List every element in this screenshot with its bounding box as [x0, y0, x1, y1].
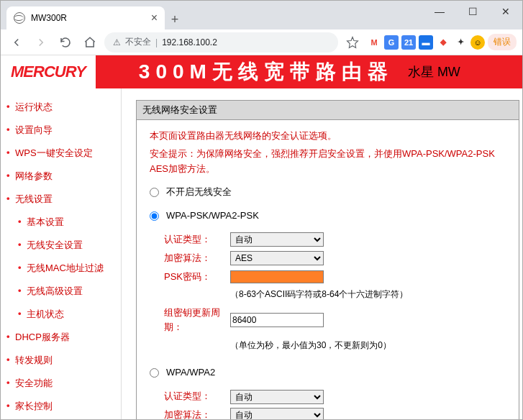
translate-icon[interactable]: G [384, 35, 399, 50]
psk-label: PSK密码： [164, 270, 230, 285]
auth2-select[interactable]: 自动 [230, 390, 324, 404]
sidebar-item-9[interactable]: 主机状态 [1, 303, 121, 326]
maximize-button[interactable]: ☐ [456, 1, 489, 22]
close-tab-icon[interactable]: × [151, 12, 158, 24]
auth2-label: 认证类型： [164, 389, 230, 404]
browser-toolbar: ⚠ 不安全 | 192.168.100.2 M G 21 ▬ ◆ ✦ ☺ 错误 [1, 29, 522, 55]
sidebar-link[interactable]: 无线设置 [15, 193, 53, 204]
sidebar-item-4[interactable]: 无线设置 [1, 188, 121, 211]
sidebar-link[interactable]: 安全功能 [15, 378, 53, 388]
reload-button[interactable] [55, 32, 76, 52]
sidebar-link[interactable]: 运行状态 [15, 101, 53, 112]
content-area: 无线网络安全设置 本页面设置路由器无线网络的安全认证选项。 安全提示：为保障网络… [122, 88, 522, 419]
error-badge[interactable]: 错误 [488, 34, 517, 50]
bookmark-button[interactable] [342, 32, 363, 52]
header-title: 300M无线宽带路由器 [139, 58, 394, 86]
radio-wpapsk-label: WPA-PSK/WPA2-PSK [166, 209, 259, 224]
sidebar-link[interactable]: 设置向导 [15, 124, 53, 135]
radio-wpa[interactable] [150, 368, 159, 378]
calendar-icon[interactable]: 21 [401, 35, 416, 50]
sidebar-link[interactable]: 主机状态 [27, 309, 64, 319]
router-header: MERCURY 300M无线宽带路由器 水星 MW [1, 55, 522, 88]
addr-separator: | [155, 37, 158, 47]
browser-titlebar: MW300R × + — ☐ ✕ [1, 1, 522, 29]
warning-icon: ⚠ [113, 37, 121, 47]
new-tab-button[interactable]: + [165, 9, 185, 29]
radio-none-label: 不开启无线安全 [166, 185, 232, 200]
sidebar-item-2[interactable]: WPS一键安全设定 [1, 142, 121, 165]
psk-hint: （8-63个ASCII码字符或8-64个十六进制字符） [230, 288, 506, 301]
sidebar-link[interactable]: 转发规则 [15, 355, 53, 365]
sidebar-link[interactable]: 无线高级设置 [27, 286, 83, 296]
ext-icon-4[interactable]: ☺ [470, 35, 485, 50]
sidebar-item-10[interactable]: DHCP服务器 [1, 326, 121, 349]
sidebar-link[interactable]: 网络参数 [15, 170, 53, 181]
globe-icon [14, 12, 25, 24]
mercury-logo: MERCURY [1, 55, 96, 88]
settings-panel: 无线网络安全设置 本页面设置路由器无线网络的安全认证选项。 安全提示：为保障网络… [136, 100, 519, 419]
security-label: 不安全 [125, 36, 151, 48]
sidebar-item-13[interactable]: 家长控制 [1, 395, 121, 418]
panel-title: 无线网络安全设置 [137, 101, 519, 120]
sidebar-link[interactable]: 无线MAC地址过滤 [27, 262, 104, 273]
tab-title: MW300R [31, 13, 67, 23]
sidebar-item-7[interactable]: 无线MAC地址过滤 [1, 257, 121, 280]
psk-input[interactable] [230, 270, 324, 283]
sidebar-link[interactable]: 家长控制 [15, 401, 53, 411]
sidebar-item-0[interactable]: 运行状态 [1, 96, 121, 119]
forward-button[interactable] [31, 32, 51, 52]
enc-label: 加密算法： [164, 251, 230, 266]
close-window-button[interactable]: ✕ [489, 1, 522, 22]
radio-wpa-label: WPA/WPA2 [166, 365, 215, 380]
ext-icon-2[interactable]: ◆ [436, 35, 450, 50]
header-subtitle: 水星 MW [408, 63, 460, 81]
enc2-select[interactable]: 自动 [230, 408, 324, 419]
enc2-label: 加密算法： [164, 408, 230, 419]
ext-icon-3[interactable]: ✦ [453, 35, 468, 50]
sidebar-item-12[interactable]: 安全功能 [1, 372, 121, 395]
sidebar-item-5[interactable]: 基本设置 [1, 211, 121, 234]
auth-select[interactable]: 自动 [230, 232, 324, 247]
back-button[interactable] [6, 32, 27, 52]
sidebar-item-3[interactable]: 网络参数 [1, 165, 121, 188]
url-text: 192.168.100.2 [162, 37, 217, 47]
sidebar-item-8[interactable]: 无线高级设置 [1, 280, 121, 303]
gmail-icon[interactable]: M [367, 35, 381, 50]
enc-select[interactable]: AES [230, 251, 324, 265]
renew-label: 组密钥更新周期： [164, 306, 230, 336]
sidebar-link[interactable]: DHCP服务器 [15, 332, 70, 342]
extensions: M G 21 ▬ ◆ ✦ ☺ 错误 [367, 34, 517, 50]
sidebar-link[interactable]: 无线安全设置 [27, 239, 83, 250]
radio-wpapsk[interactable] [150, 211, 159, 221]
auth-label: 认证类型： [164, 232, 230, 247]
address-bar[interactable]: ⚠ 不安全 | 192.168.100.2 [104, 32, 338, 52]
browser-tab[interactable]: MW300R × [6, 6, 165, 29]
sidebar-link[interactable]: WPS一键安全设定 [15, 147, 93, 158]
minimize-button[interactable]: — [423, 1, 456, 22]
radio-none[interactable] [150, 188, 159, 197]
sidebar-item-6[interactable]: 无线安全设置 [1, 234, 121, 257]
renew-input[interactable] [230, 313, 324, 327]
security-hint: 安全提示：为保障网络安全，强烈推荐开启安全设置，并使用WPA-PSK/WPA2-… [150, 147, 506, 177]
renew-hint: （单位为秒，最小值为30，不更新则为0） [230, 339, 506, 352]
ext-icon-1[interactable]: ▬ [419, 35, 433, 50]
sidebar: 运行状态设置向导WPS一键安全设定网络参数无线设置基本设置无线安全设置无线MAC… [1, 88, 122, 419]
home-button[interactable] [80, 32, 100, 52]
sidebar-item-1[interactable]: 设置向导 [1, 119, 121, 142]
sidebar-item-11[interactable]: 转发规则 [1, 349, 121, 372]
panel-description: 本页面设置路由器无线网络的安全认证选项。 [150, 129, 506, 144]
sidebar-link[interactable]: 基本设置 [27, 216, 64, 227]
